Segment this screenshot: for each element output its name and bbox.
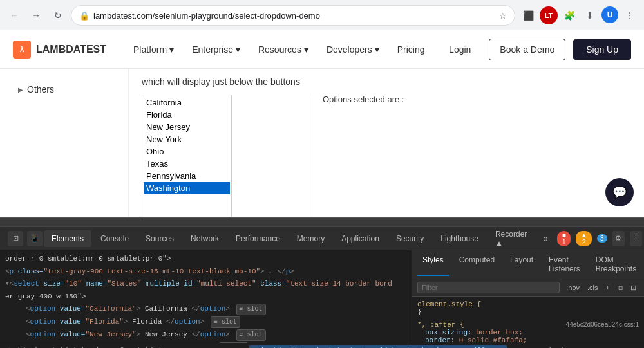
back-button[interactable]: ← bbox=[5, 6, 23, 24]
demo-text: which will display just below the button… bbox=[142, 77, 631, 87]
styles-filter: :hov .cls + ⧉ ⊡ bbox=[412, 279, 644, 297]
option-california[interactable]: California bbox=[144, 96, 230, 109]
style-selector-element: element.style { bbox=[417, 300, 639, 308]
download-button[interactable]: ⬇ bbox=[581, 6, 599, 24]
tab-lighthouse[interactable]: Lighthouse bbox=[433, 230, 486, 247]
select-wrapper: California Florida New Jersey New York O… bbox=[142, 95, 299, 217]
select-container: California Florida New Jersey New York O… bbox=[142, 95, 631, 217]
logo-icon: λ bbox=[13, 41, 31, 59]
code-line-fl[interactable]: <option value="Florida"> Florida </optio… bbox=[0, 316, 412, 329]
logo-text: LAMBDATEST bbox=[36, 44, 106, 55]
more-style-btn[interactable]: ⊡ bbox=[628, 282, 639, 293]
menu-button[interactable]: ⋮ bbox=[621, 6, 639, 24]
tab-dom-breakpoints[interactable]: DOM Breakpoints bbox=[591, 253, 641, 276]
info-badge: 3 bbox=[597, 234, 607, 243]
login-button[interactable]: Login bbox=[439, 39, 481, 60]
extensions-button[interactable]: ⬛ bbox=[519, 6, 537, 24]
code-line-2[interactable]: <p class="text-gray-900 text-size-15 mt-… bbox=[0, 266, 412, 279]
option-ohio[interactable]: Ohio bbox=[144, 145, 230, 158]
style-prop-border: border: 0 solid #fafafa; bbox=[417, 336, 639, 343]
code-line-3[interactable]: ▾<select size="10" name="States" multipl… bbox=[0, 278, 412, 291]
tab-application[interactable]: Application bbox=[334, 230, 387, 247]
elements-panel: order-r-0 smtablet:mr-0 smtablet:pr-0"> … bbox=[0, 250, 412, 343]
filter-actions: :hov .cls + ⧉ ⊡ bbox=[564, 282, 639, 293]
tab-more[interactable]: » bbox=[536, 230, 556, 247]
style-header-after: *, :after { 44e5c2d06cea824c.css:1 bbox=[417, 321, 639, 329]
url-text: lambdatest.com/selenium-playground/selec… bbox=[93, 11, 495, 21]
copy-style-btn[interactable]: ⧉ bbox=[615, 282, 625, 293]
state-select-box: California Florida New Jersey New York O… bbox=[142, 95, 232, 217]
cls-filter[interactable]: .cls bbox=[585, 282, 601, 293]
add-style-btn[interactable]: + bbox=[603, 282, 612, 293]
signup-button[interactable]: Sign Up bbox=[573, 39, 631, 60]
tab-sources[interactable]: Sources bbox=[138, 230, 182, 247]
page-content: ▶ Others which will display just below t… bbox=[0, 69, 644, 217]
status-select-info: select#multi-select.text-size-14.border.… bbox=[249, 345, 507, 348]
option-florida[interactable]: Florida bbox=[144, 109, 230, 121]
styles-panel: Styles Computed Layout Event Listeners D… bbox=[412, 250, 644, 343]
hov-filter[interactable]: :hov bbox=[564, 282, 582, 293]
tab-styles[interactable]: Styles bbox=[417, 253, 449, 276]
filter-input[interactable] bbox=[417, 282, 560, 293]
browser-toolbar: ← → ↻ 🔒 lambdatest.com/selenium-playgrou… bbox=[0, 0, 644, 30]
option-pennsylvania[interactable]: Pennsylvania bbox=[144, 170, 230, 182]
tab-computed[interactable]: Computed bbox=[454, 253, 500, 276]
devtools: ⊡ 📱 Elements Console Sources Network Per… bbox=[0, 226, 644, 348]
styles-content: element.style { } *, :after { 44e5c2d06c… bbox=[412, 297, 644, 343]
header-right: Login Book a Demo Sign Up bbox=[439, 39, 631, 60]
chevron-icon: ▾ bbox=[304, 44, 308, 55]
book-demo-button[interactable]: Book a Demo bbox=[489, 39, 565, 60]
style-prop-box-sizing: box-sizing: border-box; bbox=[417, 329, 639, 336]
code-line-3b[interactable]: er-gray-400 w-150"> bbox=[0, 291, 412, 304]
code-line-ca[interactable]: <option value="California"> California <… bbox=[0, 303, 412, 316]
tab-security[interactable]: Security bbox=[388, 230, 431, 247]
nav-enterprise[interactable]: Enterprise ▾ bbox=[184, 39, 248, 60]
code-line-nj[interactable]: <option value="New Jersey"> New Jersey <… bbox=[0, 329, 412, 342]
address-bar[interactable]: 🔒 lambdatest.com/selenium-playground/sel… bbox=[71, 5, 515, 26]
option-texas[interactable]: Texas bbox=[144, 158, 230, 170]
devtools-handle[interactable] bbox=[0, 217, 644, 226]
nav-developers[interactable]: Developers ▾ bbox=[319, 39, 387, 60]
site-nav: Platform ▾ Enterprise ▾ Resources ▾ Deve… bbox=[126, 39, 439, 60]
lock-icon: 🔒 bbox=[79, 11, 90, 21]
option-washington[interactable]: Washington bbox=[144, 182, 230, 194]
nav-platform[interactable]: Platform ▾ bbox=[126, 39, 182, 60]
star-icon: ☆ bbox=[499, 11, 507, 21]
tab-console[interactable]: Console bbox=[93, 230, 137, 247]
devtools-device-icon[interactable]: 📱 bbox=[27, 231, 43, 246]
option-new-jersey[interactable]: New Jersey bbox=[144, 121, 230, 133]
profile-button[interactable]: U bbox=[601, 6, 618, 23]
forward-button[interactable]: → bbox=[27, 6, 45, 24]
nav-resources[interactable]: Resources ▾ bbox=[251, 39, 316, 60]
chat-button[interactable]: 💬 bbox=[605, 178, 634, 206]
lambdatest-ext[interactable]: LT bbox=[540, 6, 558, 24]
tab-network[interactable]: Network bbox=[183, 230, 227, 247]
refresh-button[interactable]: ↻ bbox=[49, 6, 67, 24]
sidebar-item-others[interactable]: ▶ Others bbox=[10, 79, 118, 100]
devtools-icons: ⊡ 📱 bbox=[8, 231, 43, 246]
state-select[interactable]: California Florida New Jersey New York O… bbox=[142, 95, 231, 217]
chevron-right-icon: ▶ bbox=[18, 86, 23, 93]
devtools-tab-bar: ⊡ 📱 Elements Console Sources Network Per… bbox=[0, 227, 644, 250]
more-icon[interactable]: ⋮ bbox=[630, 231, 642, 246]
tab-elements[interactable]: Elements bbox=[44, 230, 91, 247]
code-line-1[interactable]: order-r-0 smtablet:mr-0 smtablet:pr-0"> bbox=[0, 253, 412, 266]
devtools-inspect-icon[interactable]: ⊡ bbox=[8, 231, 23, 246]
tab-memory[interactable]: Memory bbox=[289, 230, 332, 247]
settings-icon[interactable]: ⚙ bbox=[612, 231, 625, 246]
style-selector-after: *, :after { bbox=[417, 321, 464, 329]
tab-event-listeners[interactable]: Event Listeners bbox=[544, 253, 585, 276]
results-panel: Options selected are : bbox=[312, 95, 440, 217]
devtools-right-icons: ■ 1 ▲ 2 3 ⚙ ⋮ bbox=[557, 231, 642, 246]
nav-pricing[interactable]: Pricing bbox=[390, 39, 433, 60]
chevron-icon: ▾ bbox=[375, 44, 379, 55]
style-rule-after: *, :after { 44e5c2d06cea824c.css:1 box-s… bbox=[417, 321, 639, 343]
devtools-statusbar: ◄ :black.smtablet:border-r-0.smtablet:mr… bbox=[0, 343, 644, 348]
style-source-after: 44e5c2d06cea824c.css:1 bbox=[566, 321, 639, 329]
option-new-york[interactable]: New York bbox=[144, 133, 230, 145]
chevron-icon: ▾ bbox=[169, 44, 174, 55]
tab-performance[interactable]: Performance bbox=[228, 230, 288, 247]
tab-layout[interactable]: Layout bbox=[505, 253, 538, 276]
puzzle-ext[interactable]: 🧩 bbox=[560, 6, 578, 24]
tab-recorder[interactable]: Recorder ▲ bbox=[488, 226, 535, 252]
